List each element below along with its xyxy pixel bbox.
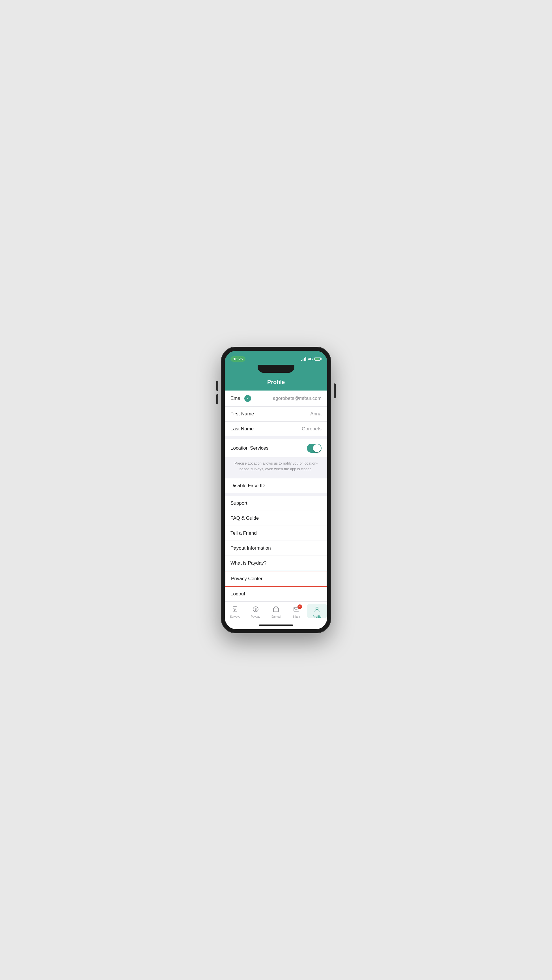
page-header: Profile xyxy=(225,375,327,391)
signal-icon xyxy=(301,357,306,361)
separator-3 xyxy=(225,493,327,496)
payday-icon: $ xyxy=(252,606,259,614)
email-value: agorobets@mfour.com xyxy=(273,396,322,401)
support-row[interactable]: Support xyxy=(225,496,327,511)
status-time: 16:25 xyxy=(230,356,246,362)
first-name-label: First Name xyxy=(230,411,254,417)
notch-area xyxy=(225,365,327,375)
first-name-value: Anna xyxy=(310,411,322,417)
email-label: Email xyxy=(230,396,242,401)
phone-frame: 16:25 4G xyxy=(221,347,331,633)
disable-face-id-label: Disable Face ID xyxy=(230,483,265,488)
support-label: Support xyxy=(230,500,247,506)
last-name-label: Last Name xyxy=(230,426,254,432)
payout-label: Payout Information xyxy=(230,546,271,551)
page-title: Profile xyxy=(267,379,285,385)
tab-surveys[interactable]: Surveys xyxy=(225,604,245,618)
separator-2 xyxy=(225,476,327,479)
tab-profile[interactable]: Profile xyxy=(307,604,327,618)
privacy-center-row[interactable]: Privacy Center xyxy=(225,571,327,587)
location-services-label: Location Services xyxy=(230,445,268,451)
inbox-badge: 4 xyxy=(297,605,302,609)
payout-row[interactable]: Payout Information xyxy=(225,541,327,556)
content-area: Email ✓ agorobets@mfour.com First Name A… xyxy=(225,391,327,601)
inbox-icon: 4 xyxy=(293,606,300,614)
payday-tab-label: Payday xyxy=(251,615,260,618)
inbox-tab-label: Inbox xyxy=(293,615,300,618)
surveys-tab-label: Surveys xyxy=(230,615,240,618)
face-id-section: Disable Face ID xyxy=(225,479,327,493)
payday-row[interactable]: What is Payday? xyxy=(225,556,327,571)
profile-tab-label: Profile xyxy=(313,615,321,618)
volume-down-button xyxy=(216,394,218,404)
notch xyxy=(258,365,294,373)
last-name-value: Gorobets xyxy=(302,426,322,432)
toggle-knob xyxy=(313,444,321,452)
location-services-toggle[interactable] xyxy=(307,444,322,453)
verified-icon: ✓ xyxy=(244,395,251,402)
logout-row[interactable]: Logout xyxy=(225,587,327,601)
home-bar xyxy=(259,625,293,626)
location-services-section: Location Services Precise Location allow… xyxy=(225,439,327,476)
home-indicator xyxy=(225,622,327,629)
location-services-row[interactable]: Location Services xyxy=(225,439,327,457)
tab-inbox[interactable]: 4 Inbox xyxy=(286,604,306,618)
power-button xyxy=(334,383,336,398)
volume-up-button xyxy=(216,381,218,391)
network-indicator: 4G xyxy=(308,357,313,361)
tab-earned[interactable]: Earned xyxy=(266,604,286,618)
logout-label: Logout xyxy=(230,591,245,597)
disable-face-id-row[interactable]: Disable Face ID xyxy=(225,479,327,493)
status-bar: 16:25 4G xyxy=(225,351,327,365)
earned-icon xyxy=(273,606,279,614)
profile-icon xyxy=(314,606,321,614)
faq-row[interactable]: FAQ & Guide xyxy=(225,511,327,526)
tab-payday[interactable]: $ Payday xyxy=(245,604,266,618)
earned-tab-label: Earned xyxy=(271,615,281,618)
profile-info-section: Email ✓ agorobets@mfour.com First Name A… xyxy=(225,391,327,436)
svg-text:$: $ xyxy=(255,607,257,611)
menu-section: Support FAQ & Guide Tell a Friend Payout… xyxy=(225,496,327,601)
location-description: Precise Location allows us to notify you… xyxy=(225,457,327,476)
privacy-center-label: Privacy Center xyxy=(231,576,262,582)
faq-label: FAQ & Guide xyxy=(230,515,259,521)
surveys-icon xyxy=(231,606,238,614)
payday-label: What is Payday? xyxy=(230,560,266,566)
battery-icon xyxy=(314,357,322,361)
separator-1 xyxy=(225,436,327,439)
tell-friend-label: Tell a Friend xyxy=(230,530,257,536)
email-label-group: Email ✓ xyxy=(230,395,251,402)
status-right: 4G xyxy=(301,357,322,361)
first-name-row[interactable]: First Name Anna xyxy=(225,407,327,422)
last-name-row[interactable]: Last Name Gorobets xyxy=(225,422,327,436)
phone-screen: 16:25 4G xyxy=(225,351,327,629)
svg-point-9 xyxy=(316,607,318,609)
tell-friend-row[interactable]: Tell a Friend xyxy=(225,526,327,541)
email-row[interactable]: Email ✓ agorobets@mfour.com xyxy=(225,391,327,407)
tab-bar: Surveys $ Payday xyxy=(225,601,327,622)
